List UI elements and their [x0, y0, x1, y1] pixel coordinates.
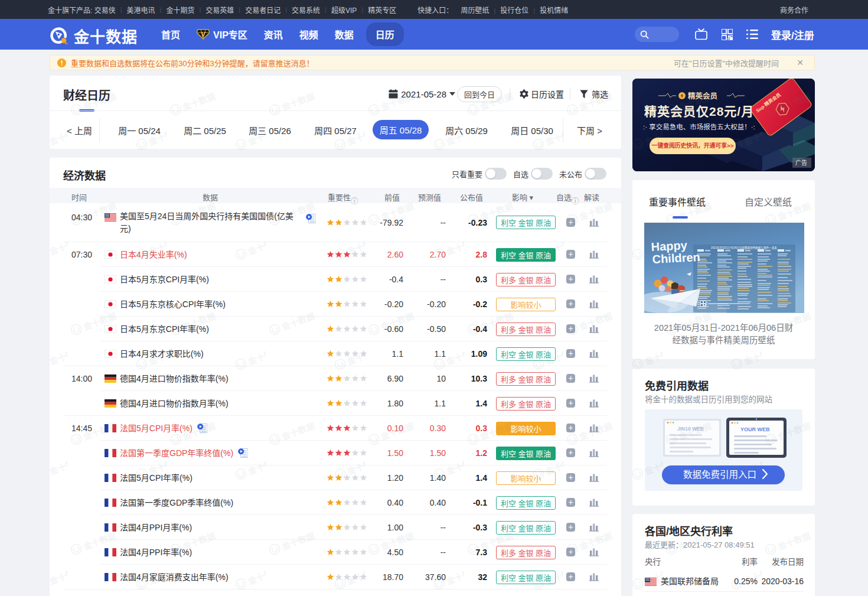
svg-text:JIN10 WEB: JIN10 WEB	[677, 426, 704, 432]
svg-text:2021年5月31日-6月6日当周重要财经数据与事件一览表: 2021年5月31日-6月6日当周重要财经数据与事件一览表	[711, 246, 777, 250]
svg-text:YOUR WEB: YOUR WEB	[740, 426, 770, 432]
svg-text:数据免费引用入口: 数据免费引用入口	[683, 470, 756, 480]
svg-text:精英会员: 精英会员	[688, 92, 718, 100]
svg-text:精英会员仅28元/月: 精英会员仅28元/月	[644, 105, 754, 118]
svg-text::· 享交易急电、市场报告五大权益！·:: :· 享交易急电、市场报告五大权益！·:	[643, 123, 755, 131]
svg-text:Children: Children	[652, 250, 700, 266]
svg-text:一键查阅历史快讯，开通可享>>: 一键查阅历史快讯，开通可享>>	[652, 142, 734, 149]
svg-text:广告: 广告	[795, 159, 807, 166]
